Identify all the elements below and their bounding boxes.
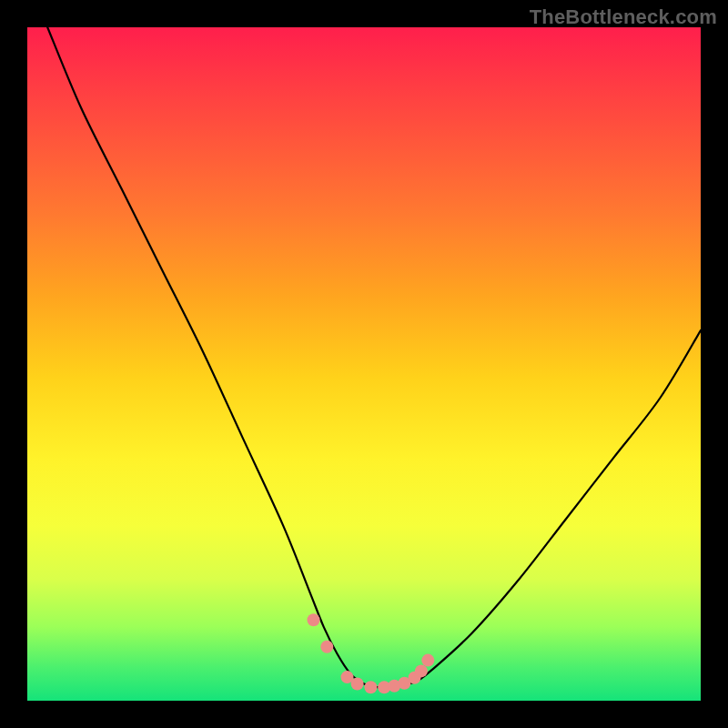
marker-group [308, 613, 435, 693]
plot-area [27, 27, 701, 701]
marker-dot [308, 613, 320, 626]
marker-dot [320, 641, 333, 653]
bottleneck-curve-path [47, 27, 701, 688]
marker-dot [364, 681, 377, 693]
outer-frame: TheBottleneck.com [0, 0, 728, 728]
watermark-text: TheBottleneck.com [530, 5, 717, 29]
marker-dot [415, 664, 428, 677]
marker-dot [421, 654, 434, 667]
marker-dot [351, 678, 364, 691]
chart-svg [27, 27, 701, 701]
